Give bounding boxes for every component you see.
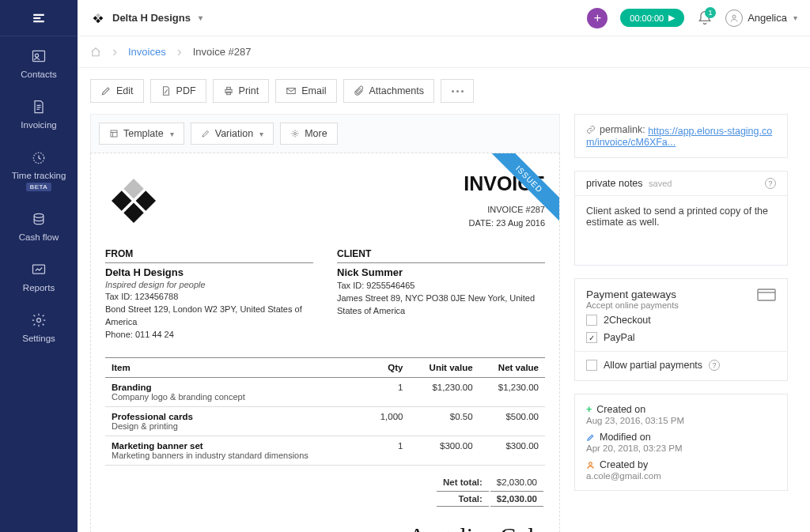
company-logo <box>105 172 162 229</box>
total-label: Total: <box>437 491 489 507</box>
sidebar-label: Time tracking <box>12 171 66 180</box>
checkbox-icon <box>586 360 597 371</box>
item-unit: $300.00 <box>409 436 479 465</box>
print-label: Print <box>239 85 259 96</box>
card-icon <box>757 289 776 301</box>
svg-rect-23 <box>123 203 143 223</box>
breadcrumb-sep: › <box>177 43 182 60</box>
add-button[interactable]: + <box>587 8 608 28</box>
sidebar-item-settings[interactable]: Settings <box>0 300 78 351</box>
help-icon[interactable]: ? <box>709 360 720 371</box>
checkbox-icon <box>586 315 597 326</box>
svg-rect-18 <box>111 130 117 137</box>
checkbox-checked-icon: ✓ <box>586 332 597 343</box>
variation-dropdown[interactable]: Variation ▾ <box>191 123 274 145</box>
sidebar-item-contacts[interactable]: Contacts <box>0 36 78 87</box>
item-name: Professional cards <box>112 412 359 421</box>
beta-badge: BETA <box>26 183 51 191</box>
item-unit: $1,230.00 <box>409 377 479 406</box>
doc-more-dropdown[interactable]: More <box>280 123 337 145</box>
more-actions-button[interactable] <box>441 79 474 103</box>
created-label: Created on <box>596 404 645 415</box>
notes-status: saved <box>649 179 672 188</box>
edit-label: Edit <box>116 85 134 96</box>
allow-partial-toggle[interactable]: Allow partial payments ? <box>575 357 787 380</box>
print-button[interactable]: Print <box>213 79 270 103</box>
gateways-title: Payment gateways <box>586 289 679 300</box>
svg-point-4 <box>35 54 38 57</box>
notes-textarea[interactable] <box>575 196 787 262</box>
svg-rect-14 <box>225 89 231 92</box>
attachments-button[interactable]: Attachments <box>343 79 434 103</box>
edit-button[interactable]: Edit <box>90 79 144 103</box>
permalink-label: permalink: <box>586 124 645 135</box>
pencil-icon <box>586 433 595 442</box>
from-tagline: Inspired design for people <box>105 280 313 289</box>
gateway-option-paypal[interactable]: ✓ PayPal <box>575 329 787 346</box>
chevron-down-icon: ▾ <box>793 13 797 22</box>
col-unit: Unit value <box>409 357 479 377</box>
email-button[interactable]: Email <box>275 79 336 103</box>
sidebar-item-invoicing[interactable]: Invoicing <box>0 87 78 138</box>
help-icon[interactable]: ? <box>765 178 776 189</box>
nettotal-label: Net total: <box>437 475 489 489</box>
sidebar-item-reports[interactable]: Reports <box>0 250 78 300</box>
svg-point-6 <box>34 213 44 217</box>
breadcrumb-current: Invoice #287 <box>193 46 252 58</box>
user-icon <box>586 461 595 470</box>
doc-toolbar: Template ▾ Variation ▾ More <box>90 114 560 153</box>
gear-icon <box>290 129 300 138</box>
gateway-option-2checkout[interactable]: 2Checkout <box>575 311 787 329</box>
timer-button[interactable]: 00:00:00 ▶ <box>620 9 684 27</box>
company-selector[interactable]: Delta H Designs ▾ <box>90 10 202 26</box>
cashflow-icon <box>30 210 47 228</box>
breadcrumb-sep: › <box>112 43 117 60</box>
chevron-down-icon: ▾ <box>170 130 174 138</box>
svg-rect-10 <box>99 16 104 21</box>
template-label: Template <box>123 128 164 139</box>
breadcrumb-invoices-link[interactable]: Invoices <box>128 46 166 58</box>
total-value: $2,030.00 <box>490 491 543 507</box>
item-name: Marketing banner set <box>112 441 359 451</box>
svg-rect-0 <box>33 13 44 15</box>
paperclip-icon <box>354 85 365 96</box>
sidebar-label: Reports <box>23 283 55 292</box>
col-qty: Qty <box>365 357 410 377</box>
template-dropdown[interactable]: Template ▾ <box>99 123 184 145</box>
sidebar-label: Cash flow <box>19 232 59 242</box>
notifications-button[interactable]: 1 <box>697 10 713 26</box>
from-name: Delta H Designs <box>105 266 313 278</box>
sidebar-item-cashflow[interactable]: Cash flow <box>0 199 78 250</box>
sidebar-item-timetracking[interactable]: Time tracking BETA <box>0 138 78 199</box>
item-net: $300.00 <box>479 436 545 465</box>
reports-icon <box>30 261 47 278</box>
user-menu[interactable]: Angelica ▾ <box>725 9 797 27</box>
pdf-button[interactable]: PDF <box>150 79 206 103</box>
from-tax: Tax ID: 123456788 <box>105 291 313 304</box>
chevron-down-icon: ▾ <box>259 130 263 138</box>
plus-icon: + <box>594 11 601 25</box>
attachments-label: Attachments <box>369 85 424 96</box>
createdby-value: a.cole@gmail.com <box>586 471 776 481</box>
action-toolbar: Edit PDF Print Email Attachments <box>78 68 810 114</box>
user-name: Angelica <box>748 12 787 24</box>
col-item: Item <box>105 357 365 377</box>
status-ribbon: ISSUED <box>480 153 559 232</box>
item-qty: 1,000 <box>365 406 410 436</box>
from-section: FROM Delta H Designs Inspired design for… <box>105 248 313 341</box>
permalink-panel: permalink: https://app.elorus-staging.co… <box>574 114 788 158</box>
clock-icon <box>31 149 47 166</box>
notification-count: 1 <box>705 7 716 18</box>
chevron-down-icon: ▾ <box>199 13 202 22</box>
pdf-icon <box>161 85 172 96</box>
company-name: Delta H Designs <box>112 12 191 24</box>
svg-rect-11 <box>93 16 98 21</box>
svg-rect-1 <box>33 17 40 18</box>
avatar-icon <box>725 9 743 27</box>
home-icon[interactable] <box>90 47 101 58</box>
app-logo[interactable] <box>0 0 78 36</box>
table-row: BrandingCompany logo & branding concept … <box>105 377 545 406</box>
email-label: Email <box>301 85 326 96</box>
signature: Angelica Cole <box>409 523 545 532</box>
partial-label: Allow partial payments <box>604 360 702 371</box>
